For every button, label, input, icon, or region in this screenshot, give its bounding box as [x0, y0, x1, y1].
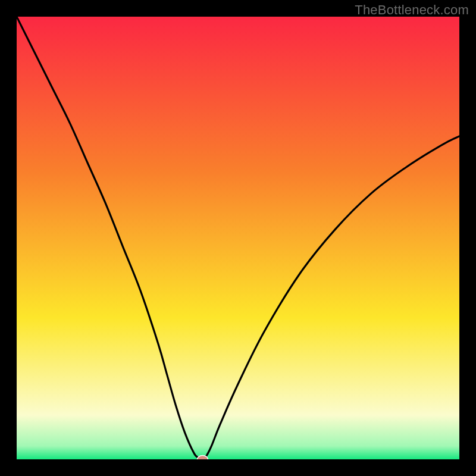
gradient-bg	[17, 17, 459, 459]
watermark-text: TheBottleneck.com	[355, 2, 469, 18]
chart-frame: TheBottleneck.com	[0, 0, 476, 476]
plot-area	[17, 17, 459, 459]
optimum-marker	[197, 456, 208, 460]
plot-svg	[17, 17, 459, 459]
